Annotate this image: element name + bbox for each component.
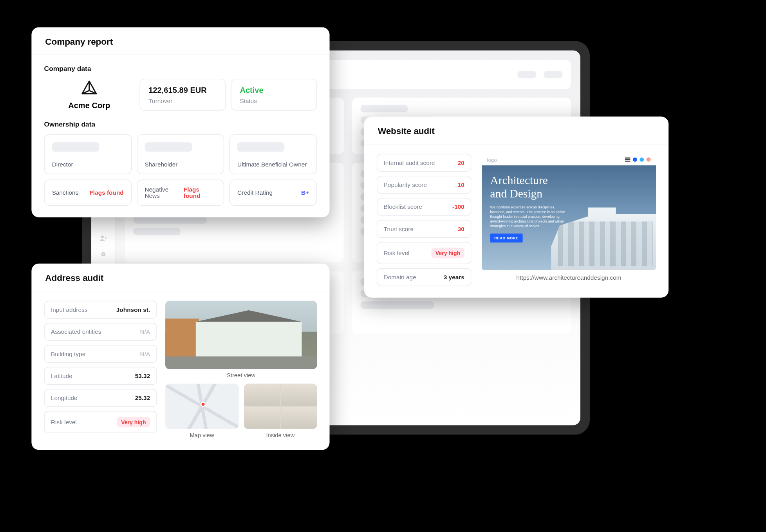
company-identity: Acme Corp: [44, 79, 134, 111]
associated-entities-row: Associated entities N/A: [44, 323, 157, 341]
company-logo-icon: [80, 79, 99, 98]
longitude-row: Longitude 25.32: [44, 389, 157, 407]
input-address-label: Input address: [51, 307, 87, 313]
sanctions-box: Sanctions Flags found: [44, 179, 132, 206]
longitude-label: Longitude: [51, 395, 78, 401]
input-address-row: Input address Johnson st.: [44, 301, 157, 319]
read-more-button[interactable]: READ MORE: [490, 234, 523, 243]
blocklist-label: Blocklist score: [384, 204, 422, 210]
svg-point-0: [101, 235, 103, 238]
hero-body: We combine expertise across disciplines,…: [490, 204, 569, 228]
director-box: Director: [44, 134, 132, 174]
credit-rating-box: Credit Rating B+: [229, 179, 317, 206]
longitude-value: 25.32: [135, 395, 150, 401]
rocket-icon: [99, 251, 107, 259]
address-audit-panel: Address audit Input address Johnson st. …: [31, 264, 329, 450]
street-view-caption: Street view: [165, 372, 317, 378]
map-view-caption: Map view: [165, 432, 238, 438]
hamburger-icon: [625, 157, 630, 162]
turnover-box: 122,615.89 EUR Turnover: [139, 79, 226, 111]
address-audit-title: Address audit: [45, 273, 316, 284]
address-risk-label: Risk level: [51, 419, 77, 425]
placeholder: [52, 142, 99, 152]
facebook-icon: [633, 157, 637, 162]
negative-news-box: Negative News Flags found: [137, 179, 224, 206]
map-view-image[interactable]: [165, 384, 238, 429]
internal-audit-row: Internal audit score 20: [377, 154, 471, 172]
twitter-icon: [640, 157, 644, 162]
popularity-value: 10: [458, 182, 464, 188]
person-add-icon: [99, 234, 107, 242]
director-label: Director: [52, 161, 124, 167]
ubo-label: Ultimate Beneficial Owner: [237, 161, 309, 167]
building-type-label: Building type: [51, 351, 85, 357]
building-type-value: N/A: [140, 351, 150, 357]
inside-view-image[interactable]: [244, 384, 317, 429]
hero-headline: Architecture and Design: [490, 174, 648, 201]
credit-rating-label: Credit Rating: [237, 190, 273, 196]
status-box: Active Status: [231, 79, 317, 111]
trust-row: Trust score 30: [377, 220, 471, 238]
website-audit-title: Website audit: [378, 126, 655, 137]
domain-age-row: Domain age 3 years: [377, 268, 471, 286]
sanctions-value: Flags found: [89, 190, 123, 196]
company-report-title: Company report: [45, 37, 316, 47]
website-risk-row: Risk level Very high: [377, 242, 471, 264]
shareholder-label: Shareholder: [145, 161, 216, 167]
turnover-label: Turnover: [148, 98, 217, 104]
blocklist-row: Blocklist score -100: [377, 198, 471, 216]
company-data-label: Company data: [44, 65, 317, 72]
shareholder-box: Shareholder: [137, 134, 224, 174]
placeholder: [145, 142, 192, 152]
inside-view-caption: Inside view: [244, 432, 317, 438]
associated-entities-value: N/A: [140, 329, 150, 335]
domain-age-label: Domain age: [384, 274, 416, 280]
sanctions-label: Sanctions: [52, 190, 79, 196]
mock-logo-text: logo: [487, 157, 497, 163]
status-value: Active: [240, 85, 308, 94]
instagram-icon: [647, 157, 651, 162]
popularity-label: Popularity score: [384, 182, 427, 188]
website-risk-label: Risk level: [384, 250, 410, 256]
map-pin-icon: [201, 402, 206, 407]
blocklist-value: -100: [452, 204, 464, 210]
address-risk-row: Risk level Very high: [44, 411, 157, 433]
associated-entities-label: Associated entities: [51, 329, 101, 335]
latitude-row: Latitude 53.32: [44, 367, 157, 385]
ubo-box: Ultimate Beneficial Owner: [229, 134, 317, 174]
input-address-value: Johnson st.: [116, 307, 150, 313]
company-name: Acme Corp: [68, 101, 110, 110]
website-risk-badge: Very high: [431, 248, 464, 258]
turnover-value: 122,615.89 EUR: [148, 85, 217, 94]
website-preview[interactable]: logo Architecture and Design: [482, 154, 656, 270]
company-report-panel: Company report Company data Acme Corp 12…: [31, 27, 329, 217]
svg-point-1: [103, 253, 104, 255]
latitude-value: 53.32: [135, 373, 150, 379]
website-audit-panel: Website audit Internal audit score 20 Po…: [364, 116, 668, 297]
trust-label: Trust score: [384, 226, 414, 232]
internal-audit-label: Internal audit score: [384, 159, 435, 166]
building-type-row: Building type N/A: [44, 345, 157, 363]
ownership-data-label: Ownership data: [44, 120, 317, 128]
street-view-image[interactable]: [165, 301, 317, 369]
latitude-label: Latitude: [51, 373, 72, 379]
address-risk-badge: Very high: [117, 417, 150, 427]
website-url: https://www.architectureanddesign.com: [482, 275, 656, 281]
negative-news-label: Negative News: [145, 186, 183, 199]
popularity-row: Popularity score 10: [377, 176, 471, 194]
placeholder: [237, 142, 285, 152]
status-label: Status: [240, 98, 308, 104]
trust-value: 30: [458, 226, 464, 232]
negative-news-value: Flags found: [184, 186, 217, 199]
domain-age-value: 3 years: [444, 274, 464, 280]
credit-rating-value: B+: [301, 190, 309, 196]
internal-audit-value: 20: [458, 159, 464, 166]
